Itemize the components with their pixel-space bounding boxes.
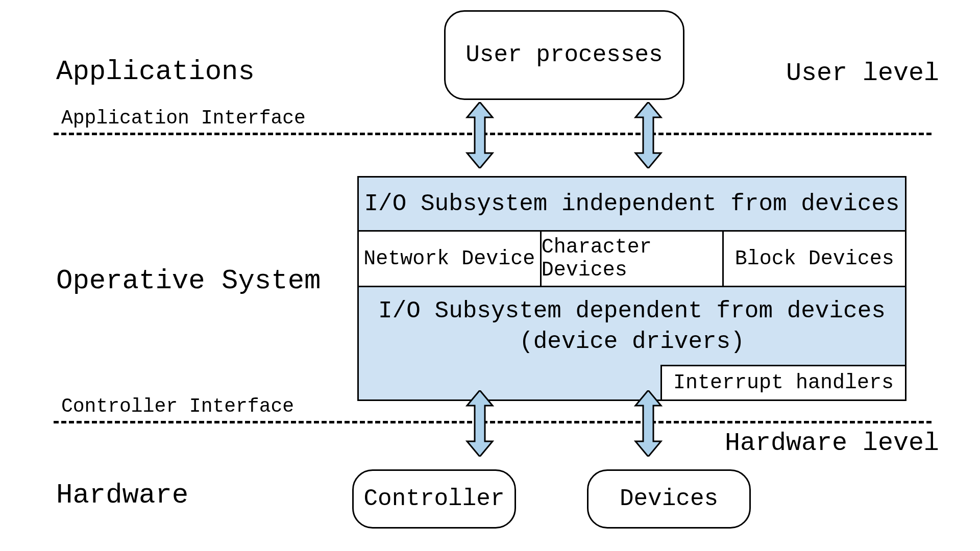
svg-marker-3 xyxy=(635,390,661,457)
svg-marker-0 xyxy=(467,102,493,168)
node-user-processes-label: User processes xyxy=(465,42,663,68)
svg-marker-1 xyxy=(635,102,661,168)
os-block: I/O Subsystem independent from devices N… xyxy=(357,176,906,401)
os-device-types-row: Network Device Character Devices Block D… xyxy=(359,232,905,287)
os-device-block: Block Devices xyxy=(722,232,905,286)
label-hardware-level: Hardware level xyxy=(725,429,939,458)
label-user-level: User level xyxy=(786,59,939,88)
svg-marker-2 xyxy=(467,390,493,457)
double-arrow-icon xyxy=(464,390,495,457)
os-device-block-label: Block Devices xyxy=(735,247,894,270)
os-io-independent: I/O Subsystem independent from devices xyxy=(359,178,905,232)
diagram-root: Applications Operative System Hardware U… xyxy=(0,0,980,551)
node-user-processes: User processes xyxy=(444,10,684,100)
os-io-dependent: I/O Subsystem dependent from devices (de… xyxy=(359,287,905,399)
os-device-network: Network Device xyxy=(359,232,540,286)
os-io-dependent-line1: I/O Subsystem dependent from devices xyxy=(378,298,886,324)
os-device-network-label: Network Device xyxy=(363,247,535,270)
node-controller: Controller xyxy=(352,469,516,529)
label-applications: Applications xyxy=(56,56,255,87)
double-arrow-icon xyxy=(633,390,664,457)
os-interrupt-handlers: Interrupt handlers xyxy=(660,365,905,399)
os-io-dependent-text: I/O Subsystem dependent from devices (de… xyxy=(359,296,905,358)
os-device-character-label: Character Devices xyxy=(542,236,723,282)
os-interrupt-handlers-label: Interrupt handlers xyxy=(673,371,894,394)
label-hardware: Hardware xyxy=(56,480,188,511)
os-device-character: Character Devices xyxy=(540,232,723,286)
label-application-interface: Application Interface xyxy=(61,107,306,129)
double-arrow-icon xyxy=(633,102,664,168)
label-controller-interface: Controller Interface xyxy=(61,395,294,417)
node-controller-label: Controller xyxy=(363,486,504,512)
os-io-dependent-line2: (device drivers) xyxy=(519,329,745,355)
double-arrow-icon xyxy=(464,102,495,168)
label-operative-system: Operative System xyxy=(56,265,321,296)
node-devices-label: Devices xyxy=(620,486,718,512)
node-devices: Devices xyxy=(587,469,751,529)
os-io-independent-label: I/O Subsystem independent from devices xyxy=(364,191,900,217)
